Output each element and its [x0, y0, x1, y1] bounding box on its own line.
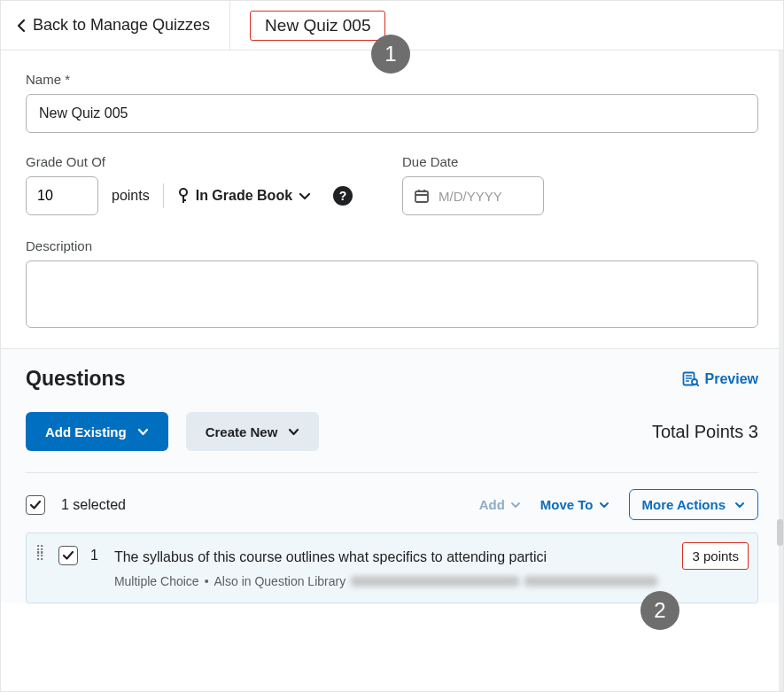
more-actions-button[interactable]: More Actions: [629, 489, 758, 520]
back-label: Back to Manage Quizzes: [33, 16, 210, 35]
annotation-1: 1: [371, 35, 410, 74]
annotation-2: 2: [640, 591, 679, 630]
add-existing-button[interactable]: Add Existing: [26, 412, 168, 451]
help-icon[interactable]: ?: [333, 186, 353, 206]
question-number: 1: [90, 546, 98, 564]
question-text: The syllabus of this course outlines wha…: [114, 548, 745, 567]
svg-point-0: [180, 189, 187, 196]
total-points: Total Points 3: [652, 422, 758, 442]
chevron-down-icon: [137, 428, 149, 436]
preview-icon: [682, 371, 699, 386]
gradebook-label: In Grade Book: [196, 188, 292, 204]
redacted-text: [524, 576, 657, 587]
create-new-button[interactable]: Create New: [186, 412, 320, 451]
back-to-manage-link[interactable]: Back to Manage Quizzes: [1, 1, 229, 50]
due-placeholder: M/D/YYYY: [439, 189, 502, 204]
grade-label: Grade Out Of: [26, 154, 402, 169]
question-points-badge: 3 points: [682, 542, 749, 570]
questions-heading: Questions: [26, 367, 125, 391]
move-to-action[interactable]: Move To: [540, 497, 609, 512]
preview-link[interactable]: Preview: [682, 371, 758, 387]
add-action[interactable]: Add: [479, 497, 521, 512]
description-textarea[interactable]: [26, 260, 758, 328]
name-label: Name *: [26, 72, 758, 87]
svg-rect-1: [415, 191, 428, 202]
grade-input[interactable]: [26, 176, 98, 215]
question-type: Multiple Choice: [114, 574, 199, 588]
question-checkbox[interactable]: [58, 546, 78, 565]
name-input[interactable]: [26, 94, 758, 133]
mini-divider: [163, 183, 164, 208]
add-action-label: Add: [479, 497, 505, 512]
scrollbar-thumb[interactable]: [777, 519, 783, 546]
select-all-checkbox[interactable]: [26, 495, 45, 515]
redacted-text: [351, 576, 519, 587]
move-to-label: Move To: [540, 497, 594, 512]
create-new-label: Create New: [206, 424, 278, 439]
calendar-icon: [414, 188, 430, 204]
chevron-down-icon: [734, 502, 745, 509]
meta-bullet: •: [205, 574, 209, 588]
header-divider: [229, 1, 230, 50]
chevron-left-icon: [17, 19, 26, 33]
check-icon: [62, 550, 74, 561]
selected-count: 1 selected: [61, 497, 126, 513]
check-icon: [29, 500, 42, 510]
more-actions-label: More Actions: [642, 497, 726, 512]
add-existing-label: Add Existing: [45, 424, 127, 439]
question-library-note: Also in Question Library: [214, 574, 346, 588]
key-icon: [177, 188, 190, 204]
points-word: points: [112, 188, 150, 204]
gradebook-dropdown[interactable]: In Grade Book: [177, 188, 311, 204]
chevron-down-icon: [510, 502, 521, 509]
due-date-input[interactable]: M/D/YYYY: [402, 176, 544, 215]
due-label: Due Date: [402, 154, 758, 169]
chevron-down-icon: [299, 192, 311, 200]
quiz-title: New Quiz 005: [250, 11, 385, 41]
drag-handle-icon[interactable]: ⠿⠿: [35, 546, 46, 560]
question-row[interactable]: ⠿⠿ 1 The syllabus of this course outline…: [26, 533, 758, 603]
description-label: Description: [26, 238, 758, 253]
preview-label: Preview: [705, 371, 758, 387]
chevron-down-icon: [288, 428, 299, 436]
chevron-down-icon: [599, 502, 609, 509]
scrollbar-track[interactable]: [779, 51, 783, 691]
